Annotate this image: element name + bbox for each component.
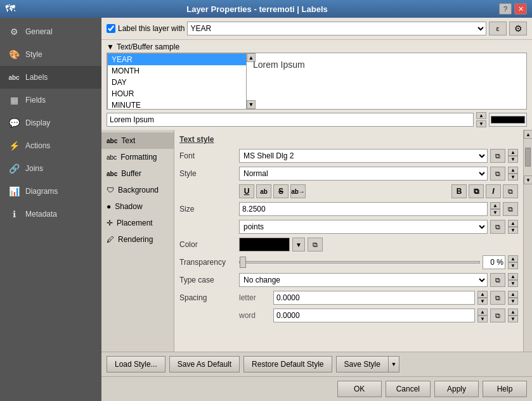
settings-button[interactable]: ⚙: [509, 22, 527, 35]
transparency-row: Transparency ▲ ▼: [179, 255, 518, 269]
underline-button[interactable]: U: [239, 184, 254, 198]
sidebar-item-fields[interactable]: ▦ Fields: [0, 89, 101, 111]
size-up[interactable]: ▲: [490, 202, 500, 209]
letter-scroll-down[interactable]: ▼: [508, 298, 518, 305]
cancel-button[interactable]: Cancel: [386, 381, 431, 397]
expression-button[interactable]: ε: [489, 22, 507, 35]
letter-down[interactable]: ▼: [477, 298, 488, 305]
transparency-percent-input[interactable]: [483, 255, 505, 269]
sidebar: ⚙ General 🎨 Style abc Labels ▦ Fields 💬 …: [0, 18, 101, 401]
letter-up[interactable]: ▲: [477, 291, 488, 298]
color-copy-button[interactable]: ⧉: [308, 238, 323, 251]
size-unit-select[interactable]: points: [239, 220, 488, 234]
strikethrough-button[interactable]: S: [273, 184, 289, 198]
word-scroll-up[interactable]: ▲: [508, 309, 518, 315]
dropdown-item-minute[interactable]: MINUTE: [108, 99, 246, 110]
font-scroll-up[interactable]: ▲: [508, 149, 518, 156]
sidebar-item-joins[interactable]: 🔗 Joins: [0, 157, 101, 180]
apply-button[interactable]: Apply: [434, 381, 479, 397]
unit-scroll-down[interactable]: ▼: [508, 227, 518, 234]
metadata-icon: ℹ: [8, 208, 20, 220]
properties-scrollbar[interactable]: ▲ ▼: [523, 130, 532, 352]
dropdown-item-day[interactable]: DAY: [108, 77, 246, 88]
letter-spacing-input[interactable]: [273, 291, 475, 305]
load-style-button[interactable]: Load Style...: [107, 356, 165, 372]
font-select[interactable]: MS Shell Dlg 2: [239, 149, 488, 163]
unit-scroll-up[interactable]: ▲: [508, 220, 518, 227]
style-select[interactable]: Normal: [239, 167, 488, 181]
close-window-button[interactable]: ✕: [514, 3, 527, 15]
italic-copy-button[interactable]: ⧉: [503, 184, 518, 198]
save-as-default-button[interactable]: Save As Default: [169, 356, 240, 372]
sidebar-item-labels[interactable]: abc Labels: [0, 66, 101, 89]
lorem-color-picker[interactable]: [489, 113, 527, 127]
sub-tab-rendering[interactable]: 🖊 Rendering: [101, 231, 174, 248]
word-spacing-input[interactable]: [273, 309, 475, 322]
save-style-dropdown[interactable]: ▼: [388, 356, 399, 372]
save-style-button[interactable]: Save Style: [336, 356, 388, 372]
lorem-scroll-up[interactable]: ▲: [476, 112, 486, 119]
style-scroll-down[interactable]: ▼: [508, 174, 518, 181]
lorem-scroll-down[interactable]: ▼: [476, 120, 486, 127]
props-scroll-thumb[interactable]: [525, 148, 531, 167]
italic-button[interactable]: I: [486, 184, 501, 198]
typecase-scroll-down[interactable]: ▼: [508, 280, 518, 287]
transparency-spinner: ▲ ▼: [508, 255, 518, 269]
font-scroll-down[interactable]: ▼: [508, 156, 518, 163]
letter-copy-button[interactable]: ⧉: [490, 291, 505, 305]
style-copy-button[interactable]: ⧉: [490, 167, 505, 181]
sub-tab-text[interactable]: abc Text: [101, 132, 174, 149]
sidebar-item-actions[interactable]: ⚡ Actions: [0, 134, 101, 157]
sub-tab-formatting[interactable]: abc Formatting: [101, 149, 174, 165]
transparency-slider[interactable]: [239, 261, 480, 264]
sub-tab-shadow[interactable]: ● Shadow: [101, 198, 174, 215]
flow-button[interactable]: ab→: [290, 184, 306, 198]
typecase-select[interactable]: No change: [239, 273, 488, 287]
save-style-group: Save Style ▼: [336, 356, 399, 372]
restore-default-button[interactable]: Restore Default Style: [243, 356, 332, 372]
dropdown-item-year[interactable]: YEAR: [108, 54, 246, 65]
typecase-copy-button[interactable]: ⧉: [490, 273, 505, 287]
color-dropdown-button[interactable]: ▼: [292, 238, 305, 251]
sidebar-label-display: Display: [25, 118, 50, 127]
transparency-down[interactable]: ▼: [508, 262, 518, 269]
sub-tab-buffer[interactable]: abc Buffer: [101, 165, 174, 182]
size-copy-button[interactable]: ⧉: [503, 202, 518, 216]
sidebar-item-general[interactable]: ⚙ General: [0, 20, 101, 43]
label-field-dropdown[interactable]: YEAR: [187, 22, 486, 35]
sidebar-item-metadata[interactable]: ℹ Metadata: [0, 203, 101, 226]
label-with-text: Label this layer with: [118, 24, 185, 33]
sidebar-item-display[interactable]: 💬 Display: [0, 111, 101, 134]
sub-tab-background[interactable]: 🛡 Background: [101, 182, 174, 198]
typecase-scroll-up[interactable]: ▲: [508, 273, 518, 280]
dropdown-item-month[interactable]: MONTH: [108, 65, 246, 77]
superscript-button[interactable]: ab: [256, 184, 271, 198]
size-down[interactable]: ▼: [490, 209, 500, 216]
props-scroll-top[interactable]: ▲: [524, 130, 532, 139]
props-scroll-bottom[interactable]: ▼: [524, 175, 532, 184]
bold-button[interactable]: B: [451, 184, 467, 198]
sample-section: ▼ Text/Buffer sample YEAR MONTH DAY HOUR…: [101, 40, 532, 130]
ok-button[interactable]: OK: [337, 381, 382, 397]
sub-tab-placement[interactable]: ✛ Placement: [101, 215, 174, 231]
size-input[interactable]: [239, 202, 488, 216]
bold-copy-button[interactable]: ⧉: [469, 184, 484, 198]
dropdown-item-hour[interactable]: HOUR: [108, 88, 246, 99]
sample-header[interactable]: ▼ Text/Buffer sample: [107, 42, 527, 51]
word-scroll-down[interactable]: ▼: [508, 315, 518, 322]
word-down[interactable]: ▼: [477, 315, 488, 322]
word-up[interactable]: ▲: [477, 309, 488, 315]
sidebar-item-diagrams[interactable]: 📊 Diagrams: [0, 180, 101, 203]
label-checkbox[interactable]: [107, 24, 115, 33]
word-copy-button[interactable]: ⧉: [490, 309, 505, 322]
font-copy-button[interactable]: ⧉: [490, 149, 505, 163]
unit-copy-button[interactable]: ⧉: [490, 220, 505, 234]
sidebar-item-style[interactable]: 🎨 Style: [0, 43, 101, 66]
word-spacing-row: word ▲ ▼ ⧉ ▲ ▼: [179, 309, 518, 322]
dropdown-scroll-down[interactable]: ▼: [247, 100, 256, 109]
style-scroll-up[interactable]: ▲: [508, 167, 518, 174]
help-button[interactable]: Help: [483, 381, 527, 397]
help-window-button[interactable]: ?: [499, 3, 512, 15]
letter-scroll-up[interactable]: ▲: [508, 291, 518, 298]
transparency-up[interactable]: ▲: [508, 255, 518, 262]
